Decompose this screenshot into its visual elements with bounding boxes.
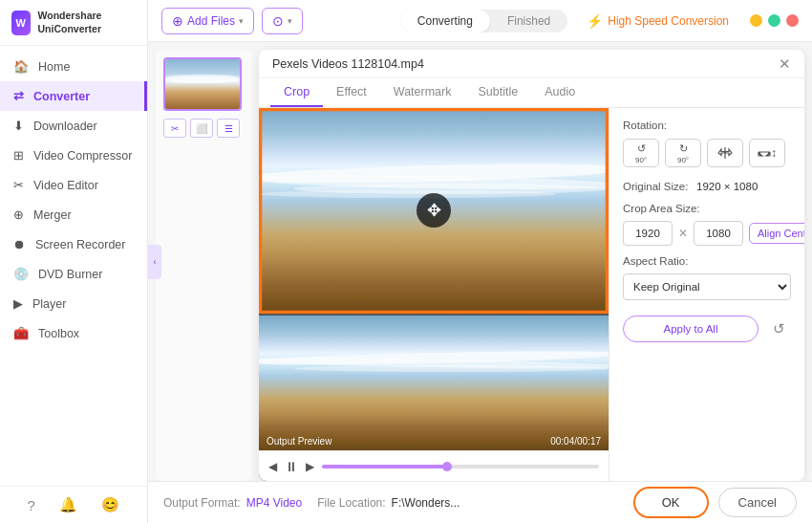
aspect-ratio-select[interactable]: Keep Original 16:9 4:3 1:1 9:16 [623,273,791,300]
aspect-ratio-label: Aspect Ratio: [623,255,791,267]
prev-frame-btn[interactable]: ◀ [268,460,277,473]
rotate-right-btn[interactable]: ↻90° [665,139,701,167]
output-format-label: Output Format: [163,496,241,510]
sidebar-label-toolbox: Toolbox [38,327,79,340]
window-maximize-btn[interactable] [768,14,780,27]
tab-crop[interactable]: Crop [270,78,323,107]
cut-icon-btn[interactable]: ✂ [163,119,186,138]
sidebar-item-editor[interactable]: ✂ Video Editor [0,170,147,200]
aspect-ratio-section: Aspect Ratio: Keep Original 16:9 4:3 1:1… [623,255,791,300]
sidebar-label-player: Player [32,297,66,311]
sidebar-nav: 🏠 Home ⇄ Converter ⬇ Downloader ⊞ Video … [0,46,147,486]
apply-row: Apply to All ↺ [623,316,791,342]
sidebar-item-merger[interactable]: ⊕ Merger [0,200,147,229]
file-location-value: F:\Wonders... [392,496,460,510]
add-file-icon: ⊕ [172,13,183,29]
original-size-value: 1920 × 1080 [696,181,758,192]
tab-group: Converting Finished [400,10,567,33]
main-area: ⊕ Add Files ▾ ⊙ ▾ Converting Finished ⚡ … [148,0,812,523]
crop-area-label: Crop Area Size: [623,203,791,214]
size-separator: ✕ [678,227,688,240]
reset-btn[interactable]: ↺ [766,316,791,341]
thumb-action-bar: ✂ ⬜ ☰ [163,117,244,140]
output-format-info: Output Format: MP4 Video [163,496,302,510]
sidebar-label-dvd: DVD Burner [38,268,102,281]
add-files-label: Add Files [187,14,235,28]
output-format-value: MP4 Video [246,496,302,510]
help-icon[interactable]: ? [28,497,35,513]
apply-to-all-btn[interactable]: Apply to All [623,316,759,342]
lightning-icon: ⚡ [587,13,603,29]
next-frame-btn[interactable]: ▶ [306,460,314,473]
downloader-icon: ⬇ [13,119,24,133]
rotation-label: Rotation: [623,120,791,131]
sidebar-header: W Wondershare UniConverter [0,0,147,46]
beach-bottom-bg [259,316,609,451]
sidebar-item-dvd[interactable]: 💿 DVD Burner [0,259,147,289]
sidebar-label-recorder: Screen Recorder [35,238,126,251]
move-cursor-indicator: ✥ [417,193,451,228]
window-minimize-btn[interactable] [750,14,762,27]
sidebar-item-converter[interactable]: ⇄ Converter [0,81,147,111]
original-size-label: Original Size: [623,181,688,192]
crop-height-input[interactable] [694,221,743,246]
toolbar-left-btns: ⊕ Add Files ▾ ⊙ ▾ [161,8,303,34]
notification-icon[interactable]: 🔔 [59,496,77,513]
tab-converting[interactable]: Converting [400,10,490,33]
sidebar-item-downloader[interactable]: ⬇ Downloader [0,111,147,141]
sidebar-footer: ? 🔔 😊 [0,486,147,523]
dialog-tabs: Crop Effect Watermark Subtitle Audio [259,78,804,108]
window-controls [750,14,799,27]
sidebar-label-editor: Video Editor [33,179,98,192]
crop-dialog: Pexels Videos 1128104.mp4 ✕ Crop Effect … [259,50,804,481]
preview-time: 00:04/00:17 [550,436,601,447]
rotation-section: Rotation: ↺90° ↻90° [623,120,791,167]
sidebar-item-player[interactable]: ▶ Player [0,289,147,318]
sidebar-collapse-btn[interactable]: ‹ [148,245,161,279]
sidebar-item-home[interactable]: 🏠 Home [0,52,147,81]
profile-icon[interactable]: 😊 [101,496,119,513]
app-title: Wondershare UniConverter [38,10,136,35]
thumbnail-item[interactable] [163,57,242,111]
flip-vertical-btn[interactable]: ↕ [749,139,785,167]
flip-horizontal-btn[interactable] [707,139,743,167]
tab-subtitle[interactable]: Subtitle [464,78,531,107]
sidebar-label-compressor: Video Compressor [33,149,132,163]
sidebar-item-recorder[interactable]: ⏺ Screen Recorder [0,229,147,259]
sidebar-label-converter: Converter [33,90,90,103]
compressor-icon: ⊞ [13,148,24,163]
ok-button[interactable]: OK [633,487,709,518]
crop-area-section: Crop Area Size: ✕ Align Center [623,203,791,246]
crop-width-input[interactable] [623,221,673,246]
window-close-btn[interactable] [786,14,799,27]
play-pause-btn[interactable]: ⏸ [285,459,298,474]
rotate-left-btn[interactable]: ↺90° [623,139,659,167]
crop-right-panel: Rotation: ↺90° ↻90° [609,108,804,481]
add-files-btn[interactable]: ⊕ Add Files ▾ [161,8,254,34]
dialog-close-icon[interactable]: ✕ [779,56,791,71]
add-files-dropdown-icon: ▾ [239,16,244,26]
tab-audio[interactable]: Audio [531,78,588,107]
tab-watermark[interactable]: Watermark [380,78,465,107]
sidebar: W Wondershare UniConverter 🏠 Home ⇄ Conv… [0,0,148,523]
add-media-icon: ⊙ [272,13,284,29]
progress-bar[interactable] [322,465,599,469]
speed-label: High Speed Conversion [608,14,729,28]
tab-finished[interactable]: Finished [490,10,567,33]
align-center-btn[interactable]: Align Center [749,223,804,244]
layout-icon-btn[interactable]: ⬜ [190,119,213,138]
menu-icon-btn[interactable]: ☰ [217,119,240,138]
dialog-title: Pexels Videos 1128104.mp4 [272,57,424,71]
app-logo: W [11,11,31,35]
output-preview-label: Output Preview [267,436,331,447]
file-location-label: File Location: [317,496,385,510]
thumb-beach-img [165,59,240,109]
home-icon: 🏠 [13,59,29,74]
tab-effect[interactable]: Effect [323,78,380,107]
add-media-btn[interactable]: ⊙ ▾ [262,8,303,34]
editor-content: ✂ ⬜ ☰ Pexels Videos 1128104.mp4 ✕ Crop E… [148,42,812,481]
sidebar-item-compressor[interactable]: ⊞ Video Compressor [0,141,147,170]
cancel-button[interactable]: Cancel [718,488,797,517]
rotation-buttons: ↺90° ↻90° [623,139,791,167]
sidebar-item-toolbox[interactable]: 🧰 Toolbox [0,318,147,348]
